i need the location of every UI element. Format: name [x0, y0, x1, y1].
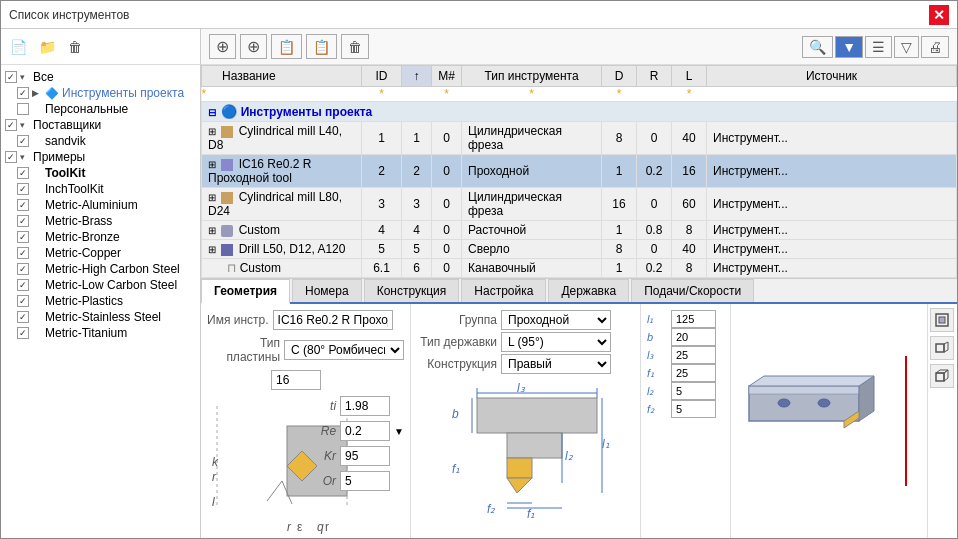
field-16-input[interactable] [271, 370, 321, 390]
tab-holder[interactable]: Державка [548, 279, 629, 302]
row-expand-4[interactable]: ⊞ [208, 225, 216, 236]
tab-numbers[interactable]: Номера [292, 279, 362, 302]
col-source[interactable]: Источник [707, 66, 957, 87]
delete-tool-button[interactable]: 🗑 [341, 34, 369, 59]
add-tool2-button[interactable]: ⊕ [240, 34, 267, 59]
tool-r: 0.2 [637, 259, 672, 278]
tree-item-metric-stainless[interactable]: Metric-Stainless Steel [5, 309, 196, 325]
tab-geometry[interactable]: Геометрия [201, 279, 290, 304]
ti-input[interactable] [340, 396, 390, 416]
table-row[interactable]: ⊞ Drill L50, D12, A120 5 5 0 Сверло 8 0 … [202, 240, 957, 259]
row-expand-3[interactable]: ⊞ [208, 192, 216, 203]
holder-type-select[interactable]: L (95°) [501, 332, 611, 352]
view-3d-button[interactable] [930, 364, 954, 388]
close-button[interactable]: ✕ [929, 5, 949, 25]
checkbox-sandvik[interactable] [17, 135, 29, 147]
row-expand-1[interactable]: ⊞ [208, 126, 216, 137]
filter-down-button[interactable]: ▼ [835, 36, 863, 58]
svg-marker-46 [936, 370, 948, 373]
checkbox-metric-plastics[interactable] [17, 295, 29, 307]
checkbox-metric-bronze[interactable] [17, 231, 29, 243]
or-input[interactable] [340, 471, 390, 491]
tool-icon-custom [221, 225, 233, 237]
col-r[interactable]: R [637, 66, 672, 87]
tree-item-metric-bronze[interactable]: Metric-Bronze [5, 229, 196, 245]
tree-item-metric-lcs[interactable]: Metric-Low Carbon Steel [5, 277, 196, 293]
tree-item-personal[interactable]: Персональные [5, 101, 196, 117]
open-folder-button[interactable]: 📁 [34, 36, 61, 58]
tool-name-input[interactable] [273, 310, 393, 330]
checkbox-vendors[interactable] [5, 119, 17, 131]
tree-item-examples[interactable]: ▾ Примеры [5, 149, 196, 165]
view-front-button[interactable] [930, 308, 954, 332]
geom-middle: Группа Проходной Тип державки L (95°) [411, 304, 641, 538]
checkbox-metric-titanium[interactable] [17, 327, 29, 339]
col-l[interactable]: L [672, 66, 707, 87]
tree-item-metric-brass[interactable]: Metric-Brass [5, 213, 196, 229]
table-row[interactable]: ⊓ Custom 6.1 6 0 Канавочный 1 0.2 8 Инст… [202, 259, 957, 278]
print-button[interactable]: 🖨 [921, 36, 949, 58]
checkbox-metric-brass[interactable] [17, 215, 29, 227]
checkbox-metric-lcs[interactable] [17, 279, 29, 291]
paste-button[interactable]: 📋 [306, 34, 337, 59]
table-row[interactable]: ⊞ Custom 4 4 0 Расточной 1 0.8 8 Инструм [202, 221, 957, 240]
tab-feeds[interactable]: Подачи/Скорости [631, 279, 754, 302]
dim-b-input[interactable] [671, 328, 716, 346]
tree-item-metric-alum[interactable]: Metric-Aluminium [5, 197, 196, 213]
col-type[interactable]: Тип инструмента [462, 66, 602, 87]
tree-item-vendors[interactable]: ▾ Поставщики [5, 117, 196, 133]
new-file-button[interactable]: 📄 [5, 36, 32, 58]
col-sort[interactable]: ↑ [402, 66, 432, 87]
tree-item-metric-plastics[interactable]: Metric-Plastics [5, 293, 196, 309]
tree-item-metric-hcs[interactable]: Metric-High Carbon Steel [5, 261, 196, 277]
col-id[interactable]: ID [362, 66, 402, 87]
filter-button[interactable]: ▽ [894, 36, 919, 58]
table-row[interactable]: ⊞ IC16 Re0.2 R Проходной tool 2 2 0 Прох… [202, 155, 957, 188]
checkbox-all[interactable] [5, 71, 17, 83]
col-d[interactable]: D [602, 66, 637, 87]
copy-button[interactable]: 📋 [271, 34, 302, 59]
dim-l3-input[interactable] [671, 346, 716, 364]
search-button[interactable]: 🔍 [802, 36, 833, 58]
view-side-button[interactable] [930, 336, 954, 360]
dim-f2-input[interactable] [671, 400, 716, 418]
delete-button[interactable]: 🗑 [63, 36, 87, 58]
tree-item-toolkit[interactable]: ToolKit [5, 165, 196, 181]
table-row[interactable]: ⊞ Cylindrical mill L40, D8 1 1 0 Цилиндр… [202, 122, 957, 155]
row-expand-5[interactable]: ⊞ [208, 244, 216, 255]
checkbox-toolkit[interactable] [17, 167, 29, 179]
re-input[interactable] [340, 421, 390, 441]
tree-item-project[interactable]: ▶ 🔷 Инструменты проекта [5, 85, 196, 101]
group-expand-icon[interactable]: ⊟ [208, 107, 216, 118]
plate-type-select[interactable]: С (80° Ромбически [284, 340, 404, 360]
tree-item-metric-copper[interactable]: Metric-Copper [5, 245, 196, 261]
tree-item-metric-titanium[interactable]: Metric-Titanium [5, 325, 196, 341]
dim-l2-input[interactable] [671, 382, 716, 400]
tree-item-sandvik[interactable]: sandvik [5, 133, 196, 149]
dim-l1-input[interactable] [671, 310, 716, 328]
row-expand-2[interactable]: ⊞ [208, 159, 216, 170]
col-name[interactable]: Название [202, 66, 362, 87]
checkbox-metric-alum[interactable] [17, 199, 29, 211]
columns-button[interactable]: ☰ [865, 36, 892, 58]
tab-construction[interactable]: Конструкция [364, 279, 460, 302]
group-row: Группа Проходной [417, 310, 634, 330]
col-m[interactable]: M# [432, 66, 462, 87]
tab-settings[interactable]: Настройка [461, 279, 546, 302]
checkbox-metric-hcs[interactable] [17, 263, 29, 275]
checkbox-inchtoolkit[interactable] [17, 183, 29, 195]
checkbox-metric-stainless[interactable] [17, 311, 29, 323]
group-select[interactable]: Проходной [501, 310, 611, 330]
table-row[interactable]: ⊞ Cylindrical mill L80, D24 3 3 0 Цилинд… [202, 188, 957, 221]
checkbox-examples[interactable] [5, 151, 17, 163]
checkbox-metric-copper[interactable] [17, 247, 29, 259]
checkbox-personal[interactable] [17, 103, 29, 115]
kr-input[interactable] [340, 446, 390, 466]
tree-item-inchtoolkit[interactable]: InchToolKit [5, 181, 196, 197]
tree-item-all[interactable]: ▾ Все [5, 69, 196, 85]
add-tool-button[interactable]: ⊕ [209, 34, 236, 59]
dim-f1-input[interactable] [671, 364, 716, 382]
dim-l3-label: l₃ [647, 349, 667, 362]
construction-select[interactable]: Правый [501, 354, 611, 374]
checkbox-project[interactable] [17, 87, 29, 99]
